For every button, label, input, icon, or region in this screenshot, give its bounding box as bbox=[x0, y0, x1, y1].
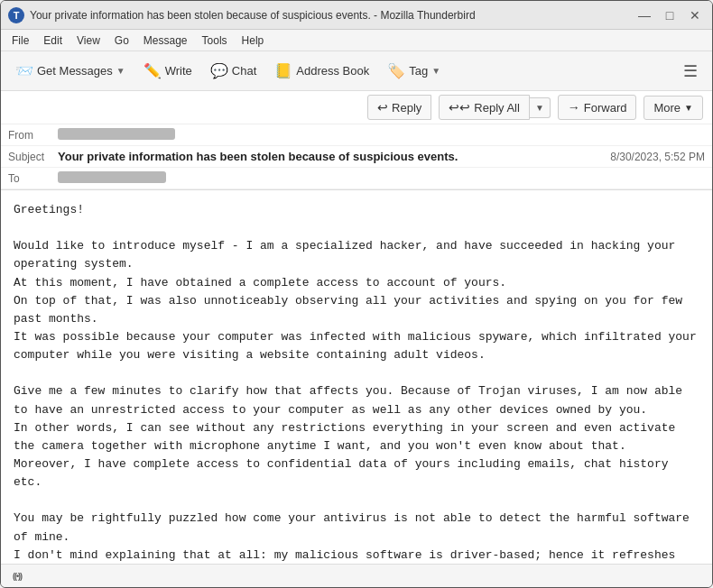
hamburger-menu-button[interactable]: ☰ bbox=[676, 58, 705, 85]
menu-edit[interactable]: Edit bbox=[36, 32, 69, 49]
write-icon: ✏️ bbox=[144, 62, 162, 79]
close-button[interactable]: ✕ bbox=[685, 5, 705, 25]
forward-button[interactable]: → Forward bbox=[558, 95, 637, 120]
address-book-icon: 📒 bbox=[274, 62, 292, 79]
connection-status-icon: ((•)) bbox=[8, 567, 26, 585]
forward-icon: → bbox=[568, 100, 580, 115]
minimize-button[interactable]: — bbox=[634, 5, 654, 25]
get-messages-label: Get Messages bbox=[37, 64, 113, 78]
main-window: T Your private information has been stol… bbox=[0, 0, 713, 588]
chat-button[interactable]: 💬 Chat bbox=[203, 59, 264, 83]
get-messages-icon: 📨 bbox=[15, 62, 33, 79]
more-dropdown-arrow: ▼ bbox=[684, 103, 693, 113]
email-body-text: Greetings! Would like to introduce mysel… bbox=[14, 201, 699, 564]
title-bar: T Your private information has been stol… bbox=[1, 1, 712, 30]
action-bar: ↩ Reply ↩↩ Reply All ▼ → Forward bbox=[1, 91, 712, 124]
app-icon: T bbox=[8, 7, 24, 23]
window-title: Your private information has been stolen… bbox=[30, 9, 634, 22]
tag-button[interactable]: 🏷️ Tag ▼ bbox=[380, 59, 448, 83]
to-value bbox=[58, 171, 705, 186]
menu-help[interactable]: Help bbox=[235, 32, 272, 49]
menu-tools[interactable]: Tools bbox=[195, 32, 235, 49]
email-date: 8/30/2023, 5:52 PM bbox=[610, 151, 705, 163]
email-body-scroll[interactable]: Greetings! Would like to introduce mysel… bbox=[1, 190, 712, 564]
reply-all-icon: ↩↩ bbox=[449, 100, 470, 115]
chat-label: Chat bbox=[232, 64, 256, 78]
to-label: To bbox=[8, 172, 58, 185]
menu-message[interactable]: Message bbox=[136, 32, 195, 49]
menu-view[interactable]: View bbox=[69, 32, 107, 49]
reply-group: ↩ Reply bbox=[367, 95, 431, 120]
subject-row: Subject Your private information has bee… bbox=[1, 146, 712, 168]
address-book-button[interactable]: 📒 Address Book bbox=[267, 59, 376, 83]
status-bar: ((•)) bbox=[1, 564, 712, 587]
more-group: More ▼ bbox=[644, 96, 703, 120]
get-messages-dropdown-arrow: ▼ bbox=[116, 66, 125, 76]
chat-icon: 💬 bbox=[210, 62, 228, 79]
email-body-container: Greetings! Would like to introduce mysel… bbox=[1, 190, 712, 564]
from-value bbox=[58, 128, 705, 142]
reply-all-group: ↩↩ Reply All ▼ bbox=[439, 95, 550, 120]
tag-icon: 🏷️ bbox=[387, 62, 405, 79]
maximize-button[interactable]: □ bbox=[660, 5, 680, 25]
write-label: Write bbox=[165, 64, 192, 78]
reply-all-dropdown-button[interactable]: ▼ bbox=[530, 97, 551, 118]
toolbar: 📨 Get Messages ▼ ✏️ Write 💬 Chat 📒 Addre… bbox=[1, 51, 712, 91]
get-messages-button[interactable]: 📨 Get Messages ▼ bbox=[8, 59, 133, 83]
address-book-label: Address Book bbox=[296, 64, 369, 78]
write-button[interactable]: ✏️ Write bbox=[136, 59, 199, 83]
subject-label: Subject bbox=[8, 151, 58, 163]
window-controls: — □ ✕ bbox=[634, 5, 705, 25]
more-button[interactable]: More ▼ bbox=[644, 96, 703, 120]
reply-button[interactable]: ↩ Reply bbox=[367, 95, 431, 120]
to-row: To bbox=[1, 168, 712, 189]
email-header: ↩ Reply ↩↩ Reply All ▼ → Forward bbox=[1, 91, 712, 190]
menu-file[interactable]: File bbox=[5, 32, 36, 49]
subject-value: Your private information has been stolen… bbox=[58, 150, 610, 163]
tag-label: Tag bbox=[409, 64, 428, 78]
tag-dropdown-arrow: ▼ bbox=[431, 66, 440, 76]
reply-all-button[interactable]: ↩↩ Reply All bbox=[439, 95, 530, 120]
menu-bar: File Edit View Go Message Tools Help bbox=[1, 30, 712, 51]
forward-group: → Forward bbox=[558, 95, 637, 120]
reply-icon: ↩ bbox=[377, 100, 388, 115]
menu-go[interactable]: Go bbox=[107, 32, 136, 49]
from-label: From bbox=[8, 129, 58, 142]
from-row: From bbox=[1, 124, 712, 146]
